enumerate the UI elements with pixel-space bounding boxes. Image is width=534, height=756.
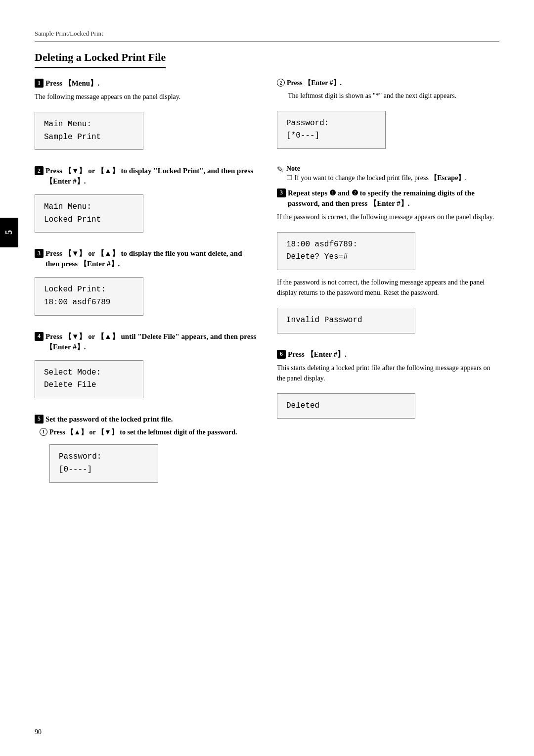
step-1-text: Press 【Menu】.: [45, 78, 99, 89]
right-step3-lcd1: 18:00 asdf6789:Delete? Yes=#: [277, 232, 415, 270]
right-step3-block: 3 Repeat steps ❶ and ❷ to specify the re…: [277, 188, 499, 340]
step-6-body: This starts deleting a locked print file…: [277, 363, 499, 383]
right-step3-body2: If the password is not correct, the foll…: [277, 277, 499, 298]
right-step3-lcd2: Invalid Password: [277, 308, 415, 333]
step-5-sub1-text: Press 【▲】 or 【▼】 to set the left­most di…: [49, 427, 237, 437]
step-5-block: 5 Set the password of the locked print f…: [35, 414, 257, 490]
right-step3-body1: If the password is correct, the followin…: [277, 212, 499, 222]
step-6-text: Press 【Enter #】.: [288, 349, 347, 360]
step-3-block: 3 Press 【▼】 or 【▲】 to display the file y…: [35, 248, 257, 322]
right-step3-number: 3: [277, 189, 286, 197]
step-4-lcd: Select Mode:Delete File: [35, 360, 143, 398]
right-sub2-lcd: Password:[*0---]: [277, 111, 386, 149]
step-6-number: 6: [277, 350, 286, 359]
step-5-sub1-heading: 1 Press 【▲】 or 【▼】 to set the left­most …: [40, 427, 257, 437]
note-title: Note: [286, 165, 499, 173]
right-column: 2 Press 【Enter #】. The leftmost digit is…: [277, 78, 499, 499]
step-2-heading: 2 Press 【▼】 or 【▲】 to display "Locked Pr…: [35, 166, 257, 187]
step-5-text: Set the password of the locked print fil…: [45, 414, 173, 425]
step-2-block: 2 Press 【▼】 or 【▲】 to display "Locked Pr…: [35, 166, 257, 239]
step-5-number: 5: [35, 415, 44, 424]
step-5-sub1-lcd-container: Password:[0----]: [49, 439, 257, 489]
step-4-text: Press 【▼】 or 【▲】 until "Delete File" app…: [45, 331, 257, 352]
right-step3-text: Repeat steps ❶ and ❷ to specify the rema…: [288, 188, 499, 209]
step-5-sub1-number: 1: [40, 428, 47, 436]
breadcrumb: Sample Print/Locked Print: [35, 30, 499, 38]
page-container: Sample Print/Locked Print Deleting a Loc…: [0, 0, 534, 528]
step-1-lcd: Main Menu:Sample Print: [35, 112, 143, 150]
top-rule: [35, 42, 499, 42]
right-sub2-text: Press 【Enter #】.: [287, 78, 342, 88]
left-column: 1 Press 【Menu】. The following message ap…: [35, 78, 257, 499]
step-2-text: Press 【▼】 or 【▲】 to display "Locked Prin…: [45, 166, 257, 187]
note-block: ✎ Note ☐ If you want to change the locke…: [277, 165, 499, 183]
right-step3-heading: 3 Repeat steps ❶ and ❷ to specify the re…: [277, 188, 499, 209]
step-5-heading: 5 Set the password of the locked print f…: [35, 414, 257, 425]
right-sub2-number: 2: [277, 79, 285, 87]
two-col-layout: 1 Press 【Menu】. The following message ap…: [35, 78, 499, 499]
step-6-block: 6 Press 【Enter #】. This starts deleting …: [277, 349, 499, 426]
step-2-lcd: Main Menu:Locked Print: [35, 194, 143, 233]
step-4-block: 4 Press 【▼】 or 【▲】 until "Delete File" a…: [35, 331, 257, 405]
step-6-lcd: Deleted: [277, 393, 415, 419]
note-text: ☐ If you want to change the locked print…: [286, 173, 499, 183]
side-tab: 5: [0, 218, 18, 247]
step-1-body: The following message appears on the pan…: [35, 92, 257, 102]
right-sub2-body: The leftmost digit is shown as "*" and t…: [288, 91, 499, 101]
right-sub2-block: 2 Press 【Enter #】. The leftmost digit is…: [277, 78, 499, 156]
page-number: 90: [35, 728, 42, 736]
step-3-text: Press 【▼】 or 【▲】 to display the file you…: [45, 248, 257, 269]
note-content: Note ☐ If you want to change the locked …: [286, 165, 499, 183]
note-icon: ✎: [277, 165, 283, 174]
step-6-heading: 6 Press 【Enter #】.: [277, 349, 499, 360]
step-5-sub1-lcd: Password:[0----]: [49, 444, 158, 482]
step-3-lcd: Locked Print:18:00 asdf6789: [35, 277, 143, 315]
step-3-heading: 3 Press 【▼】 or 【▲】 to display the file y…: [35, 248, 257, 269]
step-1-number: 1: [35, 79, 44, 88]
step-4-number: 4: [35, 332, 44, 341]
step-1-heading: 1 Press 【Menu】.: [35, 78, 257, 89]
right-sub2-heading: 2 Press 【Enter #】.: [277, 78, 499, 88]
step-2-number: 2: [35, 166, 44, 175]
step-4-heading: 4 Press 【▼】 or 【▲】 until "Delete File" a…: [35, 331, 257, 352]
section-title: Deleting a Locked Print File: [35, 51, 166, 68]
step-3-number: 3: [35, 249, 44, 258]
step-1-block: 1 Press 【Menu】. The following message ap…: [35, 78, 257, 157]
